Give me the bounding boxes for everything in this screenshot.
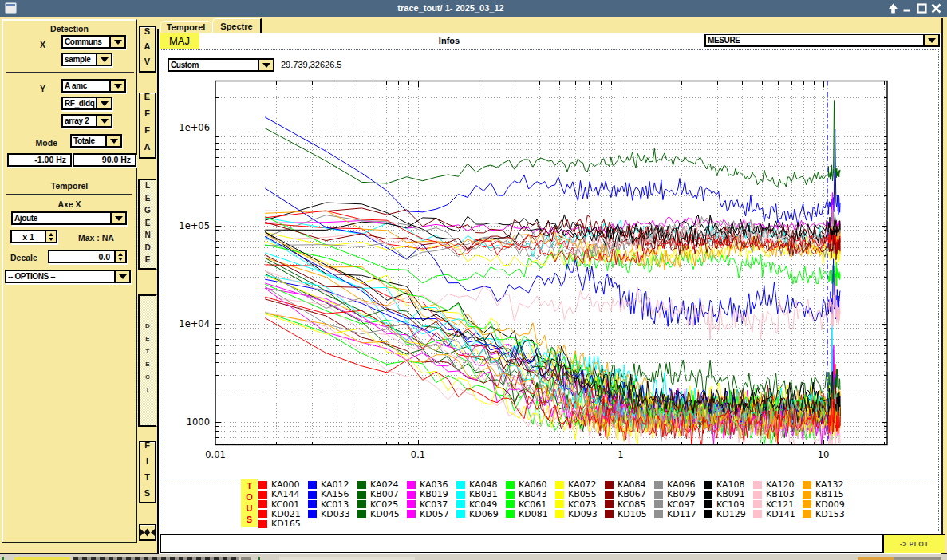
combo-y-aamc[interactable]: A amc [61,79,126,93]
combo-arrow-icon[interactable] [110,213,125,223]
collapse-button[interactable] [139,524,156,541]
legend-swatch[interactable] [753,510,762,518]
legend-swatch[interactable] [407,510,416,518]
tab-temporel[interactable]: Temporel [160,21,211,34]
spectra-plot[interactable]: 10001e+041e+051e+060.010.1110 [158,50,943,481]
minimize-icon[interactable] [902,2,913,14]
stepper-arrows-icon[interactable] [45,231,56,242]
legend-swatch[interactable] [258,500,267,508]
legend-label: KB103 [766,491,795,499]
close-icon[interactable] [930,2,942,14]
maj-button[interactable]: MAJ [160,33,199,49]
legend-swatch[interactable] [555,491,564,499]
mult-stepper[interactable]: x 1 [10,230,57,243]
legend-swatch[interactable] [258,491,267,499]
legend-label: KA156 [321,491,349,499]
legend-swatch[interactable] [605,510,614,518]
freq-min-field[interactable]: -1.00 Hz [7,153,72,167]
legend-label: KB067 [618,491,646,499]
combo-y-array[interactable]: array 2 [61,114,112,128]
legend-swatch[interactable] [803,491,811,499]
legend-label: KD165 [271,520,301,528]
legend-swatch[interactable] [753,500,762,508]
legend-swatch[interactable] [803,481,811,489]
legend-swatch[interactable] [506,491,515,499]
tab-bar: Temporel Spectre [159,18,941,33]
legend-swatch[interactable] [654,500,663,508]
legend-swatch[interactable] [308,510,317,518]
combo-arrow-icon[interactable] [96,116,111,126]
legend-swatch[interactable] [704,481,712,489]
legend-swatch[interactable] [258,481,267,489]
combo-axe-x[interactable]: Ajoute [11,211,127,225]
legend-swatch[interactable] [753,491,762,499]
legend-swatch[interactable] [308,500,317,508]
legend-swatch[interactable] [704,510,712,518]
legend-swatch[interactable] [506,481,515,489]
mesure-combo[interactable]: MESURE [704,34,940,47]
legend-swatch[interactable] [456,491,465,499]
legend-swatch[interactable] [407,481,416,489]
effa-button[interactable]: EFFA [139,93,156,159]
combo-arrow-icon[interactable] [109,37,124,47]
legend-swatch[interactable] [506,510,515,518]
legend-swatch[interactable] [803,500,811,508]
decale-stepper[interactable]: 0.0 [48,250,127,263]
tab-spectre[interactable]: Spectre [212,18,262,33]
combo-arrow-icon[interactable] [96,54,111,65]
legend-swatch[interactable] [704,500,712,508]
combo-arrow-icon[interactable] [105,136,120,146]
combo-arrow-icon[interactable] [109,81,124,91]
legend-swatch[interactable] [704,491,712,499]
legend-swatch[interactable] [357,481,366,489]
stepper-arrows-icon[interactable] [114,251,125,262]
legend-swatch[interactable] [407,500,416,508]
combo-mode[interactable]: Totale [70,134,122,148]
combo-x-communs[interactable]: Communs [61,35,126,49]
shade-icon[interactable] [887,2,899,14]
combo-arrow-icon[interactable] [923,35,938,45]
combo-options[interactable]: -- OPTIONS -- [5,270,131,283]
legende-toggle[interactable]: LEGENDE [138,179,157,270]
legend-swatch[interactable] [357,510,366,518]
legend-swatch[interactable] [456,510,465,518]
legend-swatch[interactable] [258,510,267,518]
maximize-icon[interactable] [916,2,928,14]
legend-swatch[interactable] [555,481,564,489]
legend-label: KB031 [469,491,498,499]
legend-swatch[interactable] [555,510,564,518]
combo-x-sample[interactable]: sample [61,53,112,66]
legend-swatch[interactable] [803,510,811,518]
fits-button[interactable]: FITS [139,441,156,503]
legend-swatch[interactable] [654,510,663,518]
legend-label: KA072 [568,481,597,489]
legend-swatch[interactable] [357,500,366,508]
combo-y-rfdidq[interactable]: RF_didq [61,97,112,110]
combo-arrow-icon[interactable] [96,98,111,108]
legend-swatch[interactable] [555,500,564,508]
legend-swatch[interactable] [407,491,416,499]
legend-swatch[interactable] [308,491,317,499]
legend-label: KA048 [469,481,498,489]
legend-swatch[interactable] [753,481,762,489]
detect-toggle[interactable]: DETECT [138,294,157,427]
svg-text:0.01: 0.01 [205,449,226,460]
legend-swatch[interactable] [605,491,614,499]
legend-swatch[interactable] [654,491,663,499]
plot-button[interactable]: -> PLOT [884,534,945,553]
legend-swatch[interactable] [258,520,267,528]
legend-swatch[interactable] [308,481,317,489]
command-input[interactable] [160,534,884,553]
legend-swatch[interactable] [357,491,366,499]
sav-button[interactable]: SAV [139,26,156,73]
legend-swatch[interactable] [605,500,614,508]
legend-swatch[interactable] [605,481,614,489]
combo-arrow-icon[interactable] [114,271,129,282]
legend-swatch[interactable] [456,481,465,489]
legend-swatch[interactable] [654,481,663,489]
axe-x-label: Axe X [3,199,136,209]
tous-button[interactable]: TOUS [241,479,258,527]
legend-swatch[interactable] [506,500,515,508]
freq-max-field[interactable]: 90.0 Hz [73,153,136,167]
legend-swatch[interactable] [456,500,465,508]
